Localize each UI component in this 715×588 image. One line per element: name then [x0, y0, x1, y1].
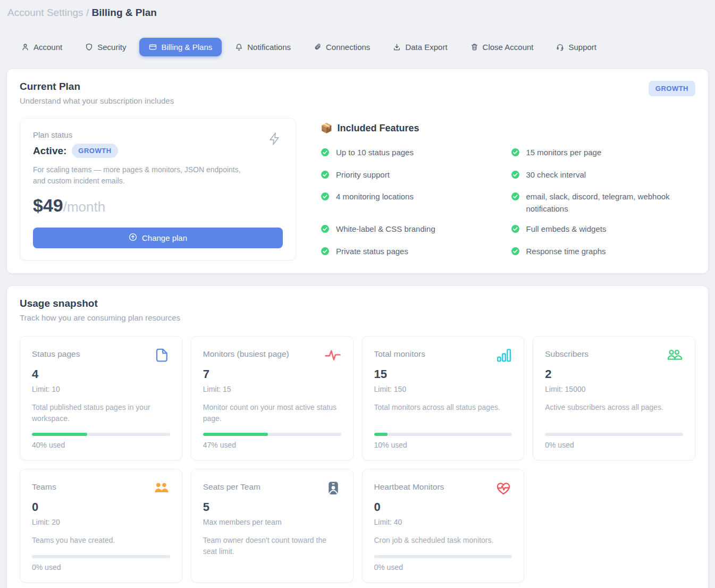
- usage-card-value: 7: [203, 367, 341, 381]
- heart-pulse-icon: [495, 480, 512, 498]
- tab-close-account[interactable]: Close Account: [461, 38, 543, 56]
- plan-status-label: Plan status: [33, 130, 283, 139]
- usage-card-subscribers: Subscribers 2 Limit: 15000 Active subscr…: [533, 336, 695, 460]
- feature-item: Response time graphs: [511, 246, 696, 259]
- feature-item: Full embeds & widgets: [511, 223, 696, 237]
- usage-card-title: Status pages: [32, 347, 80, 359]
- usage-card-monitors-busiest: Monitors (busiest page) 7 Limit: 15 Moni…: [191, 336, 354, 460]
- usage-card-value: 2: [545, 367, 683, 381]
- users-outline-icon: [666, 347, 683, 365]
- plan-badge: GROWTH: [649, 81, 695, 96]
- feature-item: 4 monitoring locations: [321, 191, 506, 205]
- usage-card-value: 4: [32, 367, 170, 381]
- change-plan-label: Change plan: [142, 233, 187, 242]
- breadcrumb-separator: /: [86, 7, 89, 18]
- tab-label: Security: [97, 43, 126, 52]
- feature-text: 30 check interval: [526, 169, 586, 183]
- usage-card-value: 0: [374, 500, 512, 514]
- usage-card-description: Teams you have created.: [32, 535, 170, 546]
- usage-progress-bar: [203, 433, 268, 436]
- tab-label: Support: [568, 43, 596, 52]
- usage-progress-track: [32, 555, 170, 558]
- feature-text: Full embeds & widgets: [526, 223, 607, 237]
- feature-item: Up to 10 status pages: [321, 147, 506, 161]
- feature-text: White-label & CSS branding: [336, 223, 435, 237]
- plan-description: For scaling teams — more pages & monitor…: [33, 164, 251, 187]
- usage-card-status-pages: Status pages 4 Limit: 10 Total published…: [20, 336, 182, 460]
- usage-percent-label: 47% used: [203, 441, 341, 449]
- current-plan-subtitle: Understand what your subscription includ…: [20, 96, 174, 105]
- current-plan-section: Current Plan Understand what your subscr…: [7, 69, 708, 273]
- feature-text: Response time graphs: [526, 246, 606, 259]
- feature-item: White-label & CSS branding: [321, 223, 506, 237]
- feature-text: Private status pages: [336, 246, 408, 259]
- usage-card-description: Cron job & scheduled task monitors.: [374, 535, 512, 546]
- id-badge-icon: [325, 480, 341, 498]
- user-icon: [21, 43, 29, 51]
- headset-icon: [556, 43, 564, 51]
- check-icon: [511, 247, 520, 259]
- settings-tabbar: Account Security Billing & Plans Notific…: [12, 38, 708, 56]
- usage-card-value: 5: [203, 500, 341, 514]
- check-icon: [511, 170, 520, 183]
- plan-price: $49: [33, 195, 63, 215]
- usage-card-limit: Limit: 15: [203, 385, 341, 393]
- usage-grid: Status pages 4 Limit: 10 Total published…: [20, 336, 695, 583]
- tab-label: Billing & Plans: [161, 43, 212, 52]
- tab-connections[interactable]: Connections: [304, 38, 380, 56]
- usage-card-title: Monitors (busiest page): [203, 347, 289, 359]
- tab-label: Notifications: [247, 43, 291, 52]
- features-grid: Up to 10 status pages 15 monitors per pa…: [321, 147, 695, 259]
- arrow-up-circle-icon: [129, 233, 137, 243]
- usage-card-seats-per-team: Seats per Team 5 Max members per team Te…: [191, 469, 354, 583]
- usage-card-limit: Limit: 150: [374, 385, 512, 393]
- tab-data-export[interactable]: Data Export: [383, 38, 457, 56]
- link-icon: [314, 43, 322, 51]
- change-plan-button[interactable]: Change plan: [33, 228, 283, 248]
- usage-card-teams: Teams 0 Limit: 20 Teams you have created…: [20, 469, 182, 583]
- usage-percent-label: 0% used: [545, 441, 683, 449]
- usage-card-heartbeat-monitors: Heartbeat Monitors 0 Limit: 40 Cron job …: [362, 469, 525, 583]
- tab-security[interactable]: Security: [75, 38, 136, 56]
- usage-percent-label: 40% used: [32, 441, 170, 449]
- users-filled-icon: [153, 480, 170, 498]
- download-icon: [393, 43, 401, 51]
- check-icon: [321, 224, 330, 237]
- usage-progress-track: [374, 555, 512, 558]
- usage-progress-track: [32, 433, 170, 436]
- usage-card-title: Subscribers: [545, 347, 588, 359]
- file-icon: [154, 347, 170, 365]
- feature-text: Up to 10 status pages: [336, 147, 414, 161]
- usage-percent-label: 10% used: [374, 441, 512, 449]
- plan-tier-badge: GROWTH: [72, 144, 117, 158]
- usage-card-title: Seats per Team: [203, 480, 260, 492]
- usage-percent-label: 0% used: [374, 563, 512, 572]
- usage-card-limit: Limit: 15000: [545, 385, 683, 393]
- tab-support[interactable]: Support: [546, 38, 606, 56]
- check-icon: [511, 148, 520, 161]
- check-icon: [321, 192, 330, 205]
- usage-progress-track: [203, 433, 341, 436]
- tab-billing-plans[interactable]: Billing & Plans: [139, 38, 222, 56]
- trash-icon: [470, 43, 478, 51]
- usage-card-limit: Limit: 40: [374, 518, 512, 526]
- bar-chart-icon: [496, 347, 512, 365]
- check-icon: [321, 247, 330, 259]
- page-title: Billing & Plan: [91, 7, 156, 18]
- included-features: 📦 Included Features Up to 10 status page…: [321, 118, 695, 261]
- usage-card-value: 0: [32, 500, 170, 514]
- tab-account[interactable]: Account: [12, 38, 72, 56]
- feature-item: Private status pages: [321, 246, 506, 259]
- tab-label: Close Account: [483, 43, 534, 52]
- usage-card-description: Total published status pages in your wor…: [32, 402, 170, 424]
- feature-item: Priority support: [321, 169, 506, 183]
- usage-card-description: Monitor count on your most active status…: [203, 402, 341, 424]
- breadcrumb-section[interactable]: Account Settings: [7, 7, 83, 18]
- usage-progress-track: [545, 433, 683, 436]
- usage-card-description: Active subscribers across all pages.: [545, 402, 683, 413]
- check-icon: [511, 192, 520, 215]
- shield-icon: [85, 43, 93, 51]
- check-icon: [511, 224, 520, 237]
- tab-notifications[interactable]: Notifications: [225, 38, 300, 56]
- usage-card-title: Heartbeat Monitors: [374, 480, 444, 492]
